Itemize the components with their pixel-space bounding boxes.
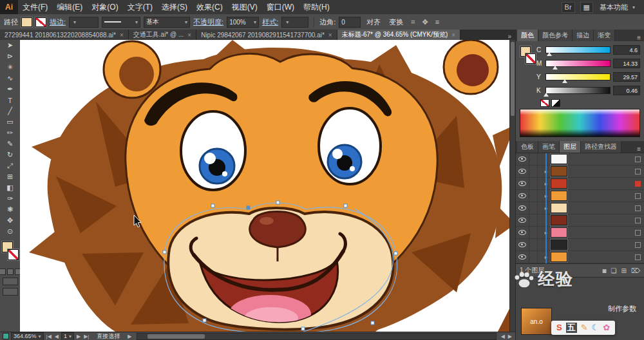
layer-row-2[interactable]: ▸ [516, 178, 644, 190]
align-objects-icon[interactable]: ⌗ [409, 18, 417, 26]
slider-track-C[interactable] [545, 46, 611, 53]
lasso-tool[interactable]: ∿ [0, 73, 20, 84]
ime-icon-4[interactable]: ✿ [603, 323, 610, 333]
stroke-swatch[interactable] [35, 17, 46, 27]
stroke-width-dropdown[interactable]: ▾ [69, 17, 99, 28]
scroll-right-icon[interactable]: ▶ [507, 334, 513, 339]
selection-indicator[interactable] [635, 156, 641, 162]
color-panel-tab-2[interactable]: 描边 [573, 30, 594, 41]
first-artboard-button[interactable]: |◀ [46, 334, 52, 339]
input-method-bar[interactable]: S五✎☾✿ [551, 321, 615, 335]
menubar-icon-0[interactable]: Br [562, 2, 575, 13]
selection-indicator[interactable] [635, 205, 641, 211]
stroke-link[interactable]: 描边: [50, 17, 66, 27]
slider-handle[interactable] [562, 79, 567, 83]
opacity-link[interactable]: 不透明度: [193, 17, 223, 27]
slider-track-K[interactable] [545, 87, 611, 94]
scrollbar-thumb[interactable] [147, 334, 205, 339]
lock-toggle[interactable] [529, 190, 538, 202]
magic-wand-tool[interactable]: ✳ [0, 62, 20, 73]
style-dropdown[interactable]: ▾ [281, 17, 308, 28]
type-tool[interactable]: T [0, 95, 20, 106]
lock-toggle[interactable] [529, 202, 538, 214]
menu-item-4[interactable]: 选择(S) [157, 0, 192, 14]
document-tab-3[interactable]: 未标题-67* @ 364.65% (CMYK/预览)× [337, 30, 460, 40]
panel-stroke-swatch[interactable] [526, 53, 536, 64]
slider-handle[interactable] [547, 52, 552, 56]
blend-tool[interactable]: ❃ [0, 204, 20, 215]
disclosure-triangle-icon[interactable]: ▸ [542, 169, 551, 175]
panel-tab-3[interactable]: 路径查找器 [581, 141, 621, 153]
menu-item-2[interactable]: 对象(O) [87, 0, 122, 14]
canvas[interactable] [20, 40, 515, 332]
color-spectrum[interactable] [520, 109, 640, 137]
disclosure-triangle-icon[interactable]: ▸ [542, 181, 551, 187]
layer-row-8[interactable]: ▸ [516, 251, 644, 263]
visibility-toggle[interactable] [516, 165, 529, 177]
layer-row-7[interactable] [516, 239, 644, 251]
disclosure-triangle-icon[interactable]: ▸ [542, 230, 551, 236]
selection-indicator[interactable] [635, 169, 641, 175]
new-sublayer-button[interactable]: ❏ [611, 267, 617, 274]
panel-tab-1[interactable]: 画笔 [538, 141, 560, 153]
style-link[interactable]: 样式: [262, 17, 278, 27]
visibility-toggle[interactable] [516, 251, 529, 263]
ime-icon-2[interactable]: ✎ [581, 323, 588, 333]
slider-value[interactable]: 14.33 [613, 59, 640, 68]
selection-indicator[interactable] [635, 230, 641, 236]
ime-icon-3[interactable]: ☾ [592, 323, 600, 333]
draw-mode-button[interactable] [3, 278, 18, 285]
pen-tool[interactable]: ✒ [0, 84, 20, 95]
make-clipping-mask-button[interactable]: ◙ [602, 267, 606, 274]
layer-row-3[interactable]: ▸ [516, 190, 644, 202]
menu-item-3[interactable]: 文字(T) [123, 0, 157, 14]
menu-item-0[interactable]: 文件(F) [18, 0, 52, 14]
delete-layer-button[interactable]: ⌦ [631, 267, 640, 274]
gradient-button[interactable] [7, 269, 14, 275]
last-artboard-button[interactable]: ▶| [83, 334, 90, 339]
gradient-tool[interactable]: ◧ [0, 182, 20, 193]
rotate-tool[interactable]: ↻ [0, 149, 20, 160]
menu-item-7[interactable]: 窗口(W) [262, 0, 299, 14]
slider-value[interactable]: 0.46 [613, 86, 640, 95]
panel-menu-icon[interactable]: ≡ [634, 34, 644, 41]
layer-row-5[interactable] [516, 214, 644, 227]
disclosure-triangle-icon[interactable]: ▸ [542, 254, 551, 260]
opacity-dropdown[interactable]: 100%▾ [227, 17, 259, 28]
corner-value-box[interactable]: 0 [339, 17, 361, 28]
panel-menu-icon[interactable]: ≡ [634, 146, 644, 153]
menu-item-6[interactable]: 视图(V) [227, 0, 262, 14]
lock-toggle[interactable] [529, 251, 538, 263]
prev-artboard-button[interactable]: ◀ [54, 334, 59, 339]
zoom-level[interactable]: 364.65%▾ [11, 332, 44, 340]
document-tab-1[interactable]: 交通工具.ai* @ ...× [129, 30, 196, 40]
black-white-swatch[interactable] [551, 99, 560, 107]
scale-tool[interactable]: ⤢ [0, 160, 20, 171]
slider-handle[interactable] [553, 66, 558, 70]
selection-indicator[interactable] [635, 254, 641, 260]
color-panel-tab-1[interactable]: 颜色参考 [538, 30, 573, 41]
tab-close-icon[interactable]: × [328, 32, 332, 39]
zoom-tool[interactable]: ⊙ [0, 226, 20, 237]
menu-item-8[interactable]: 帮助(H) [299, 0, 334, 14]
selection-indicator[interactable] [635, 193, 641, 199]
lock-toggle[interactable] [529, 227, 538, 238]
slider-track-M[interactable] [545, 60, 611, 67]
color-button[interactable] [0, 269, 6, 275]
document-tab-0[interactable]: 27299441 20180613220208854088.ai*× [0, 30, 129, 40]
slider-value[interactable]: 29.57 [613, 72, 640, 82]
artboard-number[interactable]: 1▾ [61, 332, 74, 340]
width-profile-dropdown[interactable]: ▾ [102, 17, 140, 28]
panel-menu-icon[interactable]: ≡ [433, 18, 441, 26]
reference-thumbnail[interactable]: an.o [521, 308, 552, 335]
vertical-scrollbar[interactable] [509, 40, 515, 332]
slider-value[interactable]: 4.6 [613, 45, 640, 55]
layer-row-6[interactable]: ▸ [516, 227, 644, 239]
tab-close-icon[interactable]: × [187, 32, 191, 39]
tab-overflow-icon[interactable]: » [504, 33, 515, 40]
slider-track-Y[interactable] [545, 73, 611, 80]
visibility-toggle[interactable] [516, 153, 529, 165]
selection-indicator[interactable] [635, 181, 641, 187]
lock-toggle[interactable] [529, 178, 538, 189]
eyedropper-tool[interactable]: ✑ [0, 193, 20, 204]
